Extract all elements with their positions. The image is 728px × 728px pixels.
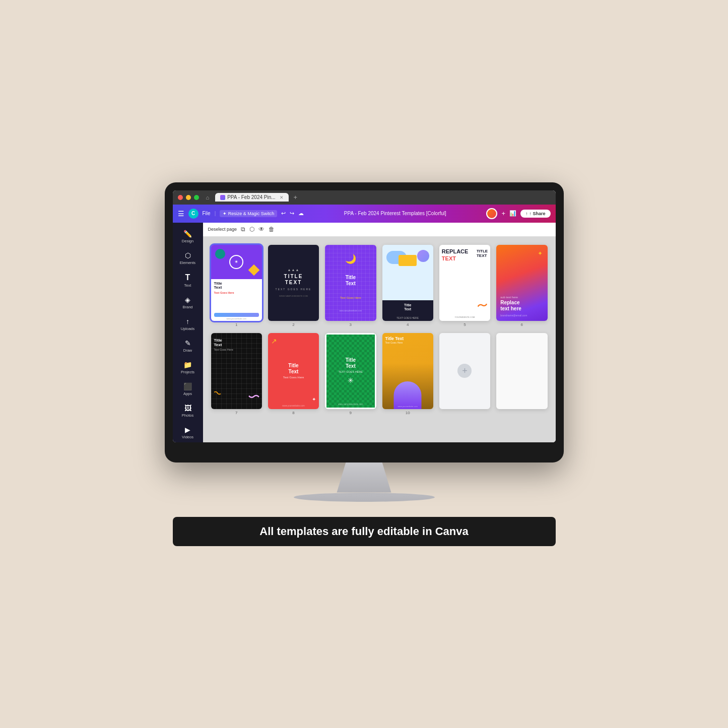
tpl-10-title: Title Text	[385, 336, 404, 341]
tpl-6-star: ✦	[538, 250, 543, 257]
resize-button[interactable]: ✦ Resize & Magic Switch	[220, 210, 277, 217]
tab-close-icon[interactable]: ✕	[280, 195, 284, 200]
sidebar-item-photos[interactable]: 🖼 Photos	[175, 401, 201, 421]
template-card-3[interactable]: 🌙 TitleText Text Goes Here www.sampleweb…	[325, 245, 376, 321]
template-card-6[interactable]: ✦ sub text here Replacetext here brandna…	[496, 245, 547, 321]
tpl-5-replace: REPLACE	[442, 249, 469, 254]
monitor: ⌂ PPA - Feb 2024 Pin... ✕ + ☰ C File | ✦…	[165, 182, 564, 462]
template-card-7[interactable]: TitleText Text Goes Here 〜 〜	[211, 333, 262, 409]
canvas-toolbar: Deselect page ⧉ ⬡ 👁 🗑	[203, 223, 556, 237]
sidebar-label-photos: Photos	[182, 413, 193, 418]
template-card-wrap-2: ▲▲▲ TITLETEXT TEXT GOES HERE WWW.SAMPLEW…	[268, 245, 319, 327]
template-card-10[interactable]: Title Text Text Goes Here www.yourwebsit…	[382, 333, 433, 409]
card-number-6: 6	[496, 322, 547, 327]
tpl-9-url: www.samplewebsite.com	[338, 403, 363, 406]
tpl-10-url: www.yourwebsite.com	[382, 405, 433, 408]
tpl-5-corner-text: TITLETEXT	[477, 249, 488, 258]
template-card-11[interactable]: +	[439, 333, 490, 409]
menu-icon[interactable]: ☰	[178, 210, 184, 218]
template-grid: ✴ TitleText Text Goes Here	[211, 245, 548, 416]
template-card-wrap-7: TitleText Text Goes Here 〜 〜 7	[211, 333, 262, 415]
cloud-save-icon: ☁	[298, 210, 304, 217]
monitor-base	[294, 493, 435, 502]
template-card-12[interactable]	[496, 333, 547, 409]
template-card-8[interactable]: ↗ TitleText Text Goes Here ✦ www.yourweb…	[268, 333, 319, 409]
editor-area: ✏️ Design ⬡ Elements T Text ◈ Brand	[173, 223, 556, 442]
share-button[interactable]: ↑ ↑ Share	[520, 210, 551, 218]
eye-icon[interactable]: 👁	[258, 226, 264, 233]
add-collaborator-button[interactable]: +	[501, 210, 505, 217]
card-number-10: 10	[382, 411, 433, 415]
canvas-area: Deselect page ⧉ ⬡ 👁 🗑	[203, 223, 556, 442]
sidebar-item-brand[interactable]: ◈ Brand	[175, 293, 201, 312]
template-card-wrap-10: Title Text Text Goes Here www.yourwebsit…	[382, 333, 433, 415]
browser-tab[interactable]: PPA - Feb 2024 Pin... ✕	[215, 193, 288, 202]
tpl-7-wave: 〜	[248, 389, 260, 405]
photos-icon: 🖼	[184, 404, 191, 412]
sidebar-item-uploads[interactable]: ↑ Uploads	[175, 314, 201, 334]
monitor-stand	[319, 462, 410, 493]
user-avatar[interactable]	[486, 208, 497, 219]
design-icon: ✏️	[183, 230, 192, 238]
tpl-2-top: ▲▲▲	[288, 268, 300, 272]
tpl-5-text: TEXT	[442, 256, 456, 261]
redo-icon[interactable]: ↪	[290, 210, 294, 217]
card-number-4: 4	[382, 322, 433, 327]
sidebar-item-apps[interactable]: ⬛ Apps	[175, 379, 201, 399]
duplicate-icon[interactable]: ⬡	[249, 226, 254, 233]
card-number-2: 2	[268, 322, 319, 327]
elements-icon: ⬡	[185, 251, 191, 259]
home-icon[interactable]: ⌂	[206, 194, 210, 201]
browser-bar: ⌂ PPA - Feb 2024 Pin... ✕ +	[173, 190, 556, 205]
tpl-1-title: TitleText	[214, 282, 259, 291]
canvas-scroll[interactable]: ✴ TitleText Text Goes Here	[203, 237, 556, 442]
template-card-wrap-8: ↗ TitleText Text Goes Here ✦ www.yourweb…	[268, 333, 319, 415]
template-card-4[interactable]: TitleText TEXT GOES HERE	[382, 245, 433, 321]
template-card-2[interactable]: ▲▲▲ TITLETEXT TEXT GOES HERE WWW.SAMPLEW…	[268, 245, 319, 321]
share-icon: ↑	[525, 211, 528, 216]
sidebar-label-draw: Draw	[183, 348, 192, 353]
browser-dot-green[interactable]	[194, 195, 199, 200]
add-page-icon[interactable]: +	[457, 364, 472, 378]
tpl-8-sub: Text Goes Here	[283, 376, 304, 379]
sidebar-item-draw[interactable]: ✎ Draw	[175, 336, 201, 356]
analytics-icon[interactable]: 📊	[509, 210, 516, 217]
tab-add-button[interactable]: +	[294, 193, 298, 201]
canva-topbar: ☰ C File | ✦ Resize & Magic Switch ↩ ↪ ☁…	[173, 205, 556, 223]
template-card-wrap-4: TitleText TEXT GOES HERE 4	[382, 245, 433, 327]
sidebar-label-elements: Elements	[180, 260, 195, 265]
card-number-1: 1	[211, 322, 262, 327]
tpl-2-title: TITLETEXT	[284, 274, 303, 286]
sidebar-item-elements[interactable]: ⬡ Elements	[175, 248, 201, 268]
sidebar-item-text[interactable]: T Text	[175, 270, 201, 291]
monitor-screen: ⌂ PPA - Feb 2024 Pin... ✕ + ☰ C File | ✦…	[173, 190, 556, 442]
tpl-6-title: Replacetext here	[500, 300, 543, 312]
sidebar-label-uploads: Uploads	[181, 326, 195, 331]
sidebar-item-projects[interactable]: 📁 Projects	[175, 358, 201, 377]
draw-icon: ✎	[185, 339, 191, 347]
browser-dot-red[interactable]	[178, 195, 183, 200]
document-title: PPA - Feb 2024 Pinterest Templates [Colo…	[308, 211, 482, 216]
tab-favicon	[220, 195, 225, 200]
tpl-2-url: WWW.SAMPLEWEBSITE.COM	[279, 295, 308, 297]
browser-dot-yellow[interactable]	[186, 195, 191, 200]
template-card-1[interactable]: ✴ TitleText Text Goes Here	[211, 245, 262, 321]
template-card-5[interactable]: REPLACE TEXT TITLETEXT 〜 YOURWEBSITE.COM	[439, 245, 490, 321]
delete-icon[interactable]: 🗑	[269, 226, 275, 233]
bottom-banner: All templates are fully editable in Canv…	[173, 517, 556, 546]
undo-icon[interactable]: ↩	[281, 210, 286, 217]
copy-icon[interactable]: ⧉	[241, 226, 245, 233]
tpl-4-title: TitleText	[385, 303, 430, 312]
deselect-page-button[interactable]: Deselect page	[208, 227, 237, 232]
sidebar-label-apps: Apps	[183, 391, 192, 396]
sidebar-label-videos: Videos	[182, 435, 193, 439]
template-card-wrap-9: TitleText TEXT GOES HERE ✳ www.sampleweb…	[325, 333, 376, 415]
sidebar-item-design[interactable]: ✏️ Design	[175, 227, 201, 246]
tab-title: PPA - Feb 2024 Pin...	[227, 194, 275, 200]
template-card-9[interactable]: TitleText TEXT GOES HERE ✳ www.sampleweb…	[325, 333, 376, 409]
brand-icon: ◈	[185, 296, 190, 304]
banner-text: All templates are fully editable in Canv…	[193, 525, 536, 538]
sidebar-item-videos[interactable]: ▶ Videos	[175, 423, 201, 442]
file-menu[interactable]: File	[203, 211, 211, 216]
tpl-8-url: www.yourwebsite.com	[282, 405, 305, 407]
